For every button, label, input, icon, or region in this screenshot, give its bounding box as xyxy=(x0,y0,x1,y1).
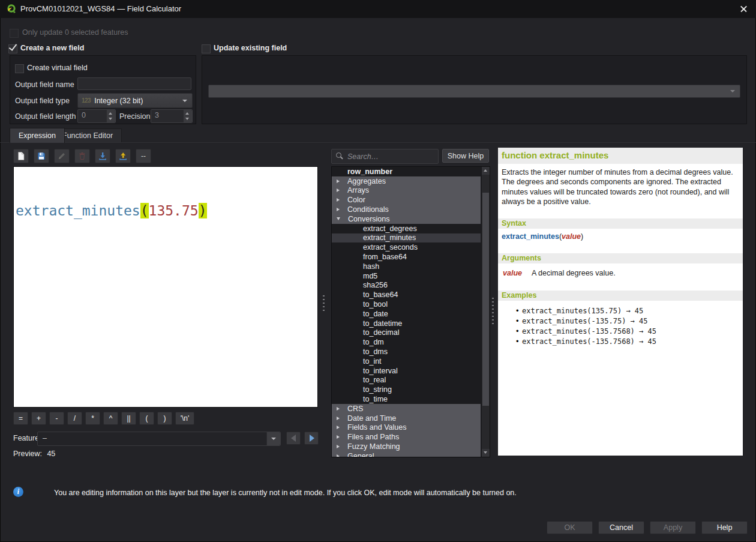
update-existing-label[interactable]: Update existing field xyxy=(214,44,287,52)
output-field-name-input[interactable] xyxy=(77,77,191,90)
splitter-handle[interactable] xyxy=(323,295,325,312)
delete-expression-button[interactable] xyxy=(74,149,90,163)
expand-icon[interactable] xyxy=(337,454,340,457)
next-feature-button[interactable] xyxy=(304,432,319,445)
tree-item-to-bool[interactable]: to_bool xyxy=(332,300,481,309)
existing-field-group xyxy=(202,55,747,124)
expand-icon[interactable] xyxy=(337,179,340,183)
tree-item-extract-degrees[interactable]: extract_degrees xyxy=(332,224,481,233)
scrollbar-thumb[interactable] xyxy=(482,193,489,406)
tree-item-to-dms[interactable]: to_dms xyxy=(332,347,481,357)
update-existing-checkbox[interactable] xyxy=(202,44,211,53)
tree-item-sha256[interactable]: sha256 xyxy=(332,281,481,291)
output-field-type-value: Integer (32 bit) xyxy=(94,97,143,105)
show-help-button[interactable]: Show Help xyxy=(442,149,489,163)
tree-item-color[interactable]: Color xyxy=(332,195,481,205)
expression-editor[interactable]: extract_minutes(135.75) xyxy=(13,166,318,408)
save-expression-button[interactable] xyxy=(34,149,49,163)
operator-button[interactable]: + xyxy=(31,412,46,425)
tree-item-arrays[interactable]: Arrays xyxy=(332,186,481,196)
previous-feature-button[interactable] xyxy=(286,432,301,445)
export-expression-button[interactable] xyxy=(115,149,131,163)
collapse-icon[interactable] xyxy=(337,217,340,220)
expand-icon[interactable] xyxy=(337,198,340,202)
tree-item-files-and-paths[interactable]: Files and Paths xyxy=(332,432,481,442)
tree-item-to-date[interactable]: to_date xyxy=(332,309,481,319)
tree-item-conditionals[interactable]: Conditionals xyxy=(332,205,481,214)
tree-item-to-string[interactable]: to_string xyxy=(332,385,481,394)
tree-item-row-number[interactable]: row_number xyxy=(332,167,481,176)
tree-item-to-base64[interactable]: to_base64 xyxy=(332,290,481,300)
operator-button[interactable]: - xyxy=(49,412,64,425)
ok-button[interactable]: OK xyxy=(547,521,593,534)
splitter-handle[interactable] xyxy=(492,298,494,325)
examples-heading: Examples xyxy=(502,291,536,300)
operator-button[interactable]: = xyxy=(13,412,28,425)
create-new-field-label[interactable]: Create a new field xyxy=(20,44,84,52)
operator-button[interactable]: ) xyxy=(157,412,172,425)
example-code: extract_minutes(-135.7568) → 45 xyxy=(522,337,656,346)
operator-button[interactable]: || xyxy=(121,412,136,425)
spinner-arrows[interactable] xyxy=(183,110,192,122)
create-virtual-label[interactable]: Create virtual field xyxy=(27,64,88,72)
combo-arrow-button[interactable] xyxy=(266,432,280,445)
tree-scrollbar[interactable] xyxy=(481,167,490,457)
expand-icon[interactable] xyxy=(337,426,340,429)
tree-item-aggregates[interactable]: Aggregates xyxy=(332,176,481,186)
output-field-length-spinner[interactable]: 0 xyxy=(77,109,116,123)
tree-item-to-datetime[interactable]: to_datetime xyxy=(332,319,481,328)
scroll-down-button[interactable] xyxy=(482,449,490,457)
dash-expression-button[interactable]: -- xyxy=(136,149,151,163)
only-update-checkbox[interactable] xyxy=(10,29,19,38)
edit-expression-button[interactable] xyxy=(54,149,70,163)
new-expression-button[interactable] xyxy=(13,149,29,163)
tree-item-fuzzy-matching[interactable]: Fuzzy Matching xyxy=(332,442,481,451)
operator-button[interactable]: '\n' xyxy=(175,412,194,425)
function-tree: row_numberAggregatesArraysColorCondition… xyxy=(331,166,490,457)
tree-item-to-dm[interactable]: to_dm xyxy=(332,337,481,347)
qgis-logo-icon xyxy=(5,3,17,15)
tree-item-date-and-time[interactable]: Date and Time xyxy=(332,414,481,423)
help-button[interactable]: Help xyxy=(701,521,748,534)
close-button[interactable] xyxy=(737,2,751,16)
tree-item-to-time[interactable]: to_time xyxy=(332,394,481,404)
tree-item-extract-minutes[interactable]: extract_minutes xyxy=(332,233,481,243)
create-new-field-checkbox[interactable] xyxy=(8,44,17,53)
output-field-type-combo[interactable]: 123 Integer (32 bit) xyxy=(77,93,193,108)
scroll-up-button[interactable] xyxy=(482,167,490,175)
tree-item-from-base64[interactable]: from_base64 xyxy=(332,252,481,262)
operator-button[interactable]: / xyxy=(67,412,82,425)
expand-icon[interactable] xyxy=(337,445,340,448)
expand-icon[interactable] xyxy=(337,208,340,211)
tree-item-to-interval[interactable]: to_interval xyxy=(332,366,481,376)
argument-name: value xyxy=(503,269,522,277)
expand-icon[interactable] xyxy=(337,188,340,192)
expand-icon[interactable] xyxy=(337,417,340,420)
tree-item-conversions[interactable]: Conversions xyxy=(332,214,481,224)
search-input[interactable] xyxy=(346,150,437,163)
create-virtual-checkbox[interactable] xyxy=(15,64,24,73)
existing-field-combo[interactable] xyxy=(208,85,740,98)
cancel-button[interactable]: Cancel xyxy=(598,521,644,534)
tree-item-to-real[interactable]: to_real xyxy=(332,376,481,385)
spinner-arrows[interactable] xyxy=(106,110,115,122)
tab-expression[interactable]: Expression xyxy=(10,128,65,143)
operator-button[interactable]: * xyxy=(85,412,100,425)
tree-item-extract-seconds[interactable]: extract_seconds xyxy=(332,242,481,252)
tree-item-hash[interactable]: hash xyxy=(332,262,481,271)
expand-icon[interactable] xyxy=(337,407,340,411)
tree-item-crs[interactable]: CRS xyxy=(332,404,481,414)
tree-item-to-int[interactable]: to_int xyxy=(332,357,481,366)
tree-item-to-decimal[interactable]: to_decimal xyxy=(332,328,481,338)
operator-button[interactable]: ^ xyxy=(103,412,118,425)
tree-item-general[interactable]: General xyxy=(332,451,481,457)
apply-button[interactable]: Apply xyxy=(650,521,696,534)
tree-item-label: extract_seconds xyxy=(363,243,418,251)
precision-spinner[interactable]: 3 xyxy=(151,109,193,123)
import-expression-button[interactable] xyxy=(95,149,110,163)
operator-button[interactable]: ( xyxy=(139,412,154,425)
tree-item-md5[interactable]: md5 xyxy=(332,271,481,281)
tree-item-fields-and-values[interactable]: Fields and Values xyxy=(332,423,481,433)
expand-icon[interactable] xyxy=(337,435,340,439)
feature-combo[interactable]: – xyxy=(37,432,281,446)
